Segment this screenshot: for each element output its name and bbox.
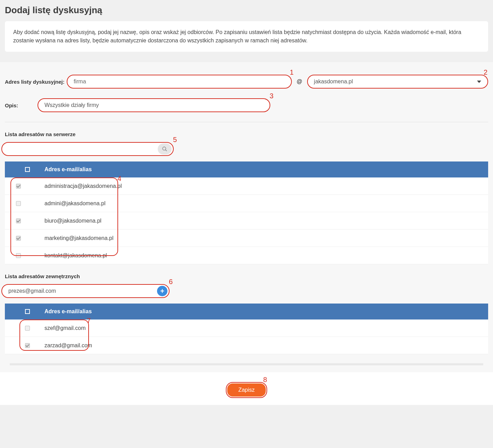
annotation-3: 3 <box>270 92 273 100</box>
intro-text: Aby dodać nową listę dyskusyjną, podaj j… <box>5 21 488 52</box>
annotation-1: 1 <box>290 68 294 76</box>
recipient-email: administracja@jakasdomena.pl <box>44 183 122 189</box>
recipient-checkbox[interactable] <box>16 218 21 223</box>
external-recipient-checkbox[interactable] <box>25 343 30 348</box>
search-icon <box>162 146 167 152</box>
domain-select[interactable]: jakasdomena.pl <box>307 75 488 89</box>
table-row: marketing@jakasdomena.pl <box>5 230 488 247</box>
table-header-label: Adres e-mail/alias <box>44 166 92 173</box>
server-list-label: Lista adresatów na serwerze <box>5 131 488 137</box>
external-recipient-checkbox[interactable] <box>25 326 30 331</box>
table-row: admini@jakasdomena.pl <box>5 195 488 212</box>
at-symbol: @ <box>297 78 302 85</box>
address-label: Adres listy dyskusyjnej: <box>5 79 67 85</box>
server-recipients-table: Adres e-mail/alias administracja@jakasdo… <box>5 161 488 264</box>
address-input[interactable] <box>67 75 292 89</box>
plus-icon: + <box>160 288 164 294</box>
annotation-5: 5 <box>173 136 177 144</box>
table-row: biuro@jakasdomena.pl <box>5 212 488 230</box>
table-header-external: Adres e-mail/alias <box>5 304 488 320</box>
recipient-checkbox[interactable] <box>16 253 21 258</box>
recipient-email: biuro@jakasdomena.pl <box>44 218 101 224</box>
table-header: Adres e-mail/alias <box>5 161 488 177</box>
opis-input[interactable] <box>38 98 270 112</box>
recipient-checkbox[interactable] <box>16 184 21 189</box>
annotation-2: 2 <box>484 68 487 76</box>
svg-point-0 <box>163 147 166 150</box>
search-input[interactable] <box>2 146 158 152</box>
table-row: administracja@jakasdomena.pl <box>5 177 488 195</box>
chevron-down-icon <box>477 81 481 83</box>
external-recipients-table: Adres e-mail/alias szef@gmail.comzarzad@… <box>5 304 488 354</box>
external-recipient-email: szef@gmail.com <box>44 325 86 331</box>
save-button[interactable]: Zapisz <box>227 383 266 397</box>
annotation-6: 6 <box>169 278 173 286</box>
recipient-email: marketing@jakasdomena.pl <box>44 235 114 241</box>
divider <box>5 122 488 122</box>
recipient-checkbox[interactable] <box>16 236 21 241</box>
table-row: zarzad@gmail.com <box>5 337 488 354</box>
domain-value: jakasdomena.pl <box>314 78 353 85</box>
recipient-checkbox[interactable] <box>16 201 21 206</box>
external-list-label: Lista adresatów zewnętrznych <box>5 273 488 279</box>
annotation-4: 4 <box>117 175 121 183</box>
add-external-button[interactable]: + <box>157 286 167 296</box>
svg-line-1 <box>165 150 167 151</box>
external-email-input[interactable] <box>2 288 157 294</box>
search-button[interactable] <box>158 143 172 155</box>
recipient-email: admini@jakasdomena.pl <box>44 200 105 207</box>
select-all-server-checkbox[interactable] <box>25 167 30 172</box>
select-all-external-checkbox[interactable] <box>25 309 30 314</box>
table-row: kontakt@jakasdomena.pl <box>5 247 488 264</box>
opis-label: Opis: <box>5 102 38 108</box>
annotation-8: 8 <box>263 376 267 384</box>
table-header-external-label: Adres e-mail/alias <box>44 308 92 315</box>
annotation-7: 7 <box>87 317 91 325</box>
page-title: Dodaj listę dyskusyjną <box>5 0 488 21</box>
external-recipient-email: zarzad@gmail.com <box>44 342 92 349</box>
table-row: szef@gmail.com <box>5 320 488 337</box>
shadow-divider <box>10 363 483 365</box>
recipient-email: kontakt@jakasdomena.pl <box>44 252 107 259</box>
